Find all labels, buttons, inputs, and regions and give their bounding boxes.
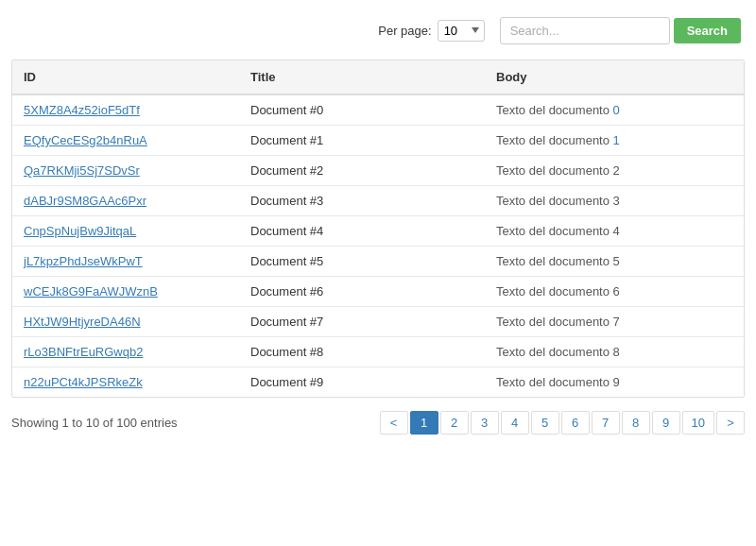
row-title: Document #8 xyxy=(239,337,485,367)
table-row: dABJr9SM8GAAc6PxrDocument #3Texto del do… xyxy=(12,186,744,216)
showing-text: Showing 1 to 10 of 100 entries xyxy=(11,416,178,430)
row-id-link[interactable]: wCEJk8G9FaAWJWznB xyxy=(24,284,158,299)
row-title: Document #3 xyxy=(239,186,485,216)
row-body: Texto del documento 6 xyxy=(485,277,744,307)
pagination-page-8[interactable]: 8 xyxy=(622,411,650,435)
row-body: Texto del documento 7 xyxy=(485,307,744,337)
table-row: Qa7RKMji5Sj7SDvSrDocument #2Texto del do… xyxy=(12,156,744,186)
row-id-link[interactable]: EQfyCecESg2b4nRuA xyxy=(24,133,147,147)
row-id-link[interactable]: n22uPCt4kJPSRkeZk xyxy=(24,375,143,389)
table-row: EQfyCecESg2b4nRuADocument #1Texto del do… xyxy=(12,126,744,156)
table-row: n22uPCt4kJPSRkeZkDocument #9Texto del do… xyxy=(12,367,744,398)
table-header-row: ID Title Body xyxy=(12,60,744,94)
pagination-page-10[interactable]: 10 xyxy=(682,411,714,435)
row-body: Texto del documento 1 xyxy=(485,126,744,156)
table-row: wCEJk8G9FaAWJWznBDocument #6Texto del do… xyxy=(12,277,744,307)
pagination-prev[interactable]: < xyxy=(380,411,408,435)
row-title: Document #7 xyxy=(239,307,485,337)
row-body: Texto del documento 5 xyxy=(485,247,744,277)
row-title: Document #2 xyxy=(239,156,485,186)
pagination-page-4[interactable]: 4 xyxy=(501,411,529,435)
row-body: Texto del documento 4 xyxy=(485,216,744,247)
row-body: Texto del documento 2 xyxy=(485,156,744,186)
pagination-page-9[interactable]: 9 xyxy=(652,411,680,435)
row-body: Texto del documento 0 xyxy=(485,94,744,126)
row-id-link[interactable]: Qa7RKMji5Sj7SDvSr xyxy=(24,163,140,178)
per-page-label: Per page: xyxy=(378,24,431,38)
row-title: Document #1 xyxy=(239,126,485,156)
row-title: Document #0 xyxy=(239,94,485,126)
search-input[interactable] xyxy=(500,17,670,44)
table-row: 5XMZ8A4z52ioF5dTfDocument #0Texto del do… xyxy=(12,94,744,126)
search-button[interactable]: Search xyxy=(674,18,741,43)
row-id-link[interactable]: 5XMZ8A4z52ioF5dTf xyxy=(24,103,140,117)
table-row: jL7kpzPhdJseWkPwTDocument #5Texto del do… xyxy=(12,247,744,277)
pagination-next[interactable]: > xyxy=(716,411,745,435)
column-header-id: ID xyxy=(12,60,239,94)
row-title: Document #6 xyxy=(239,277,485,307)
table-row: CnpSpNujBw9JitqaLDocument #4Texto del do… xyxy=(12,216,744,247)
row-title: Document #5 xyxy=(239,247,485,277)
pagination-page-2[interactable]: 2 xyxy=(440,411,469,435)
row-title: Document #4 xyxy=(239,216,485,247)
row-id-link[interactable]: rLo3BNFtrEuRGwqb2 xyxy=(24,345,143,359)
pagination-page-6[interactable]: 6 xyxy=(561,411,590,435)
pagination-page-3[interactable]: 3 xyxy=(471,411,499,435)
pagination-page-5[interactable]: 5 xyxy=(531,411,559,435)
row-id-link[interactable]: dABJr9SM8GAAc6Pxr xyxy=(24,194,146,208)
row-id-link[interactable]: HXtJW9HtjyreDA46N xyxy=(24,315,141,329)
row-title: Document #9 xyxy=(239,367,485,398)
row-body: Texto del documento 9 xyxy=(485,367,744,398)
row-id-link[interactable]: CnpSpNujBw9JitqaL xyxy=(24,224,136,238)
table-row: HXtJW9HtjyreDA46NDocument #7Texto del do… xyxy=(12,307,744,337)
row-body: Texto del documento 3 xyxy=(485,186,744,216)
column-header-title: Title xyxy=(239,60,485,94)
pagination: < 1 2 3 4 5 6 7 8 9 10 > xyxy=(380,411,745,435)
table-row: rLo3BNFtrEuRGwqb2Document #8Texto del do… xyxy=(12,337,744,367)
column-header-body: Body xyxy=(485,60,744,94)
row-id-link[interactable]: jL7kpzPhdJseWkPwT xyxy=(24,254,143,268)
per-page-select[interactable]: 10 25 50 100 xyxy=(438,20,485,42)
pagination-page-1[interactable]: 1 xyxy=(410,411,438,435)
row-body: Texto del documento 8 xyxy=(485,337,744,367)
pagination-page-7[interactable]: 7 xyxy=(592,411,620,435)
